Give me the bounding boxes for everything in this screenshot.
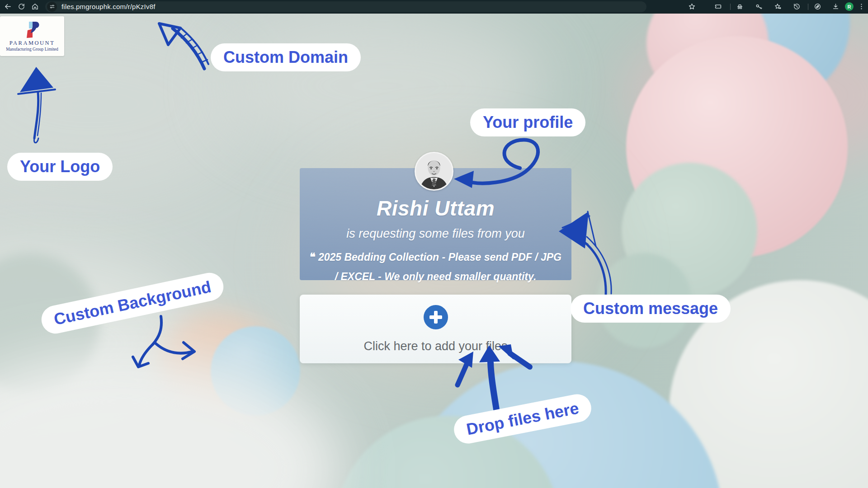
site-info-icon[interactable]	[47, 2, 57, 12]
bookmark-star-icon[interactable]	[685, 0, 698, 14]
url-bar[interactable]: files.pmgrouphk.com/r/pKzIv8f	[45, 1, 646, 12]
toolbar-separator	[808, 4, 808, 10]
upload-cta-text: Click here to add your files	[363, 339, 507, 353]
password-key-icon[interactable]	[752, 0, 765, 14]
callout-your-profile: Your profile	[470, 108, 585, 136]
refresh-icon[interactable]	[14, 0, 28, 14]
callout-your-logo: Your Logo	[7, 153, 113, 181]
url-text[interactable]: files.pmgrouphk.com/r/pKzIv8f	[61, 3, 156, 10]
request-subtitle: is requesting some files from you	[300, 227, 571, 241]
add-files-plus-button[interactable]	[424, 305, 448, 329]
toolbar-separator	[730, 4, 731, 10]
menu-kebab-icon[interactable]	[856, 0, 866, 14]
logo-brand-text: PARAMOUNT	[9, 40, 55, 47]
requester-profile-photo	[415, 152, 453, 191]
side-panel-icon[interactable]	[711, 0, 725, 14]
logo-tagline-text: Manufacturing Group Limited	[6, 47, 58, 52]
browser-toolbar: files.pmgrouphk.com/r/pKzIv8f R	[0, 0, 868, 14]
callout-custom-domain: Custom Domain	[211, 43, 361, 71]
download-icon[interactable]	[829, 0, 842, 14]
home-icon[interactable]	[28, 0, 42, 14]
incognito-extension-icon[interactable]	[733, 0, 746, 14]
file-drop-zone[interactable]: Click here to add your files	[300, 295, 571, 363]
requester-name: Rishi Uttam	[300, 196, 571, 221]
callout-custom-message: Custom message	[571, 295, 731, 323]
quote-icon: ❝	[310, 251, 316, 263]
history-icon[interactable]	[790, 0, 803, 14]
company-logo-card: PARAMOUNT Manufacturing Group Limited	[0, 16, 64, 56]
paramount-logo-mark	[22, 21, 42, 38]
eco-extension-icon[interactable]	[811, 0, 824, 14]
back-icon[interactable]	[1, 0, 14, 14]
browser-profile-avatar[interactable]: R	[845, 2, 854, 11]
custom-message-text: ❝2025 Bedding Collection - Please send P…	[309, 247, 562, 286]
sparkle-star-icon[interactable]	[771, 0, 784, 14]
